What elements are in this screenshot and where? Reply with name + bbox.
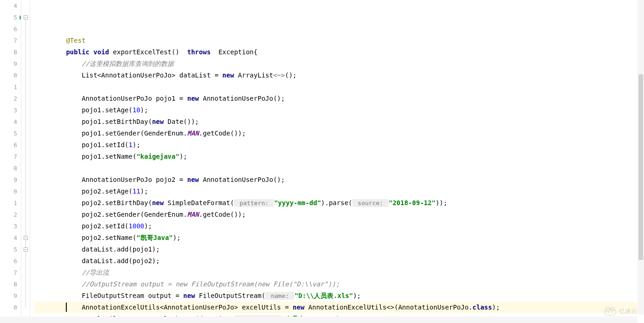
code-token: .getCode()); [199, 129, 246, 137]
code-token: pojo2.setName( [82, 234, 136, 241]
code-line[interactable]: public void exportExcelTest() throws Exc… [35, 46, 644, 58]
code-line[interactable]: @Test [35, 35, 644, 46]
line-number[interactable]: 6 [0, 139, 17, 151]
line-number[interactable]: 9 [0, 58, 17, 70]
code-line[interactable]: pojo2.setGender(GenderEnum.MAN.getCode()… [35, 209, 644, 220]
svg-point-3 [608, 312, 609, 313]
line-number[interactable]: 4 [0, 116, 17, 128]
watermark-text: 亿速云 [619, 307, 637, 316]
code-token: AnnotationExcelUtils<AnnotationUserPoJo>… [82, 304, 293, 311]
line-number[interactable]: 1 [0, 81, 17, 93]
line-number-gutter[interactable]: 4 5 6 7 8 9 0 1 2 3 4 5 6 7 8 9 0 1 2 3 … [0, 0, 21, 323]
code-line[interactable]: List<AnnotationUserPoJo> dataList = new … [35, 70, 644, 81]
code-token: pojo1.setId( [82, 141, 128, 149]
code-line[interactable]: dataList.add(pojo2); [35, 255, 644, 267]
code-token: "D:\\人员表.xls" [294, 292, 353, 299]
line-number[interactable]: 9 [0, 290, 17, 302]
code-token: name: [265, 292, 294, 300]
code-line[interactable]: //导出流 [35, 267, 644, 278]
line-number[interactable]: 6 [0, 255, 17, 267]
line-number[interactable]: 6 [0, 23, 17, 35]
code-token: new [183, 292, 195, 299]
code-line[interactable]: dataList.add(pojo1); [35, 244, 644, 255]
code-line[interactable]: pojo1.setGender(GenderEnum.MAN.getCode()… [35, 128, 644, 139]
line-number[interactable]: 7 [0, 151, 17, 162]
code-token: ); [144, 222, 152, 230]
code-token: //导出流 [82, 269, 109, 276]
line-number[interactable]: 4 [0, 232, 17, 244]
code-line[interactable]: pojo2.setAge(11); [35, 186, 644, 197]
code-token: throws [187, 48, 211, 56]
code-token: ArrayList [234, 71, 273, 79]
code-line[interactable]: //这里模拟数据库查询到的数据 [35, 58, 644, 70]
line-number[interactable]: 0 [0, 302, 17, 313]
line-number[interactable]: 1 [0, 197, 17, 209]
line-number[interactable]: 4 [0, 0, 17, 12]
fold-toggle-icon[interactable]: − [24, 236, 28, 240]
line-number[interactable]: 3 [0, 220, 17, 232]
line-number[interactable]: 0 [0, 70, 17, 81]
code-token: //这里模拟数据库查询到的数据 [82, 60, 174, 67]
code-token: pojo1.setAge( [82, 106, 133, 114]
vertical-scrollbar[interactable] [638, 0, 644, 315]
code-token: dataList.add(pojo1); [82, 245, 160, 253]
line-number[interactable]: 2 [0, 93, 17, 104]
code-token: dataList.add(pojo2); [82, 257, 160, 265]
code-line[interactable]: //OutputStream output = new FileOutputSt… [35, 278, 644, 290]
code-line[interactable]: AnnotationExcelUtils<AnnotationUserPoJo>… [35, 302, 644, 313]
code-token: Exception{ [210, 48, 257, 56]
code-text-area[interactable]: @Test public void exportExcelTest() thro… [30, 0, 644, 323]
code-line[interactable] [35, 81, 644, 93]
code-line[interactable]: pojo1.setName("kaigejava"); [35, 151, 644, 162]
code-token: SimpleDateFormat( [164, 199, 234, 207]
code-token: )); [435, 199, 447, 207]
code-token: <~> [273, 71, 285, 79]
code-token: "凯哥Java" [136, 234, 173, 241]
line-number[interactable]: 7 [0, 267, 17, 278]
code-token: 10 [133, 106, 140, 114]
code-line[interactable]: AnnotationUserPoJo pojo1 = new Annotatio… [35, 93, 644, 104]
code-token: pojo1.setBirthDay( [82, 118, 152, 125]
code-token: source: [352, 199, 389, 207]
horizontal-scrollbar[interactable] [0, 317, 638, 323]
code-token: ); [492, 304, 500, 311]
line-number[interactable]: 3 [0, 104, 17, 116]
line-number[interactable]: 5 [0, 244, 17, 255]
line-number[interactable]: 8 [0, 278, 17, 290]
code-line[interactable]: AnnotationUserPoJo pojo2 = new Annotatio… [35, 174, 644, 186]
fold-gutter[interactable]: − − − [21, 0, 30, 323]
line-number[interactable]: 7 [0, 35, 17, 46]
code-line[interactable]: pojo2.setId(1000); [35, 220, 644, 232]
code-token: //OutputStream output = new FileOutputSt… [82, 280, 339, 288]
code-token: "kaigejava" [136, 153, 179, 160]
code-token: 1 [128, 141, 132, 149]
code-line[interactable]: pojo1.setBirthDay(new Date()); [35, 116, 644, 128]
code-token: new [152, 118, 164, 125]
fold-toggle-icon[interactable]: − [24, 247, 28, 252]
code-token: 1000 [128, 222, 144, 230]
code-token: ); [140, 187, 148, 195]
line-number[interactable]: 2 [0, 209, 17, 220]
code-token: "2018-09-12" [389, 199, 435, 207]
code-token: pojo1.setGender(GenderEnum. [82, 129, 187, 137]
code-line[interactable]: FileOutputStream output = new FileOutput… [35, 290, 644, 302]
code-token: ); [173, 234, 181, 241]
code-line[interactable]: pojo2.setBirthDay(new SimpleDateFormat( … [35, 197, 644, 209]
code-token: class [472, 304, 492, 311]
code-token: AnnotationExcelUtils<>(AnnotationUserPoJ… [305, 304, 472, 311]
line-number[interactable]: 8 [0, 46, 17, 58]
line-number[interactable]: 8 [0, 162, 17, 174]
scrollbar-thumb[interactable] [638, 74, 643, 260]
line-number[interactable]: 5 [0, 128, 17, 139]
line-number[interactable]: 9 [0, 174, 17, 186]
fold-toggle-icon[interactable]: − [24, 15, 28, 19]
code-line[interactable]: pojo2.setName("凯哥Java"); [35, 232, 644, 244]
code-token: new [152, 199, 164, 207]
code-line[interactable] [35, 162, 644, 174]
code-line[interactable]: pojo1.setAge(10); [35, 104, 644, 116]
line-number[interactable]: 5 [0, 12, 17, 23]
code-line[interactable]: pojo1.setId(1); [35, 139, 644, 151]
code-token: AnnotationUserPoJo pojo2 = [82, 176, 187, 183]
line-number[interactable]: 0 [0, 186, 17, 197]
code-token: ); [140, 106, 148, 114]
